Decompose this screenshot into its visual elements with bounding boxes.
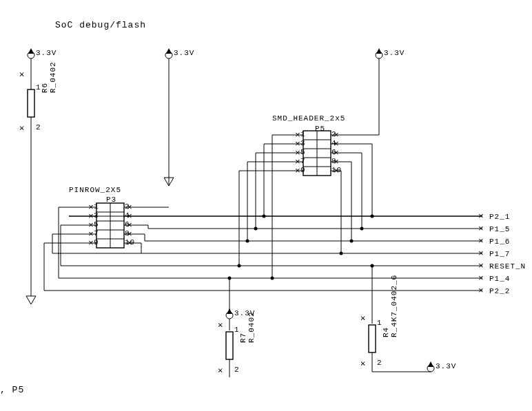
svg-text:3.3V: 3.3V — [384, 49, 405, 57]
svg-text:×: × — [478, 224, 484, 234]
svg-text:P2_2: P2_2 — [489, 287, 510, 295]
svg-text:3: 3 — [94, 211, 99, 220]
svg-text:2: 2 — [125, 202, 130, 211]
svg-text:3.3V: 3.3V — [174, 49, 194, 57]
svg-rect-7 — [28, 89, 34, 117]
svg-marker-2 — [28, 48, 34, 54]
svg-text:4: 4 — [331, 139, 337, 147]
svg-text:7: 7 — [300, 157, 306, 165]
component-p5: SMD_HEADER_2x5 P5 ×× ×× ×× ×× ×× 1 2 3 4… — [272, 114, 345, 176]
svg-point-126 — [371, 215, 374, 218]
svg-text:×: × — [17, 71, 28, 77]
power-3v3-topcenter: 3.3V — [165, 48, 194, 69]
resistor-r4: × 1 × 2 R4 R_4K7_0402_G — [358, 275, 398, 372]
svg-text:×: × — [358, 315, 369, 321]
svg-marker-125 — [26, 296, 36, 304]
svg-text:P2_1: P2_1 — [489, 213, 510, 221]
svg-text:×: × — [17, 125, 28, 131]
svg-text:5: 5 — [300, 148, 306, 156]
svg-text:×: × — [478, 236, 484, 246]
svg-text:3: 3 — [300, 139, 306, 147]
svg-text:9: 9 — [94, 238, 99, 246]
svg-marker-154 — [227, 308, 232, 314]
svg-text:2: 2 — [331, 130, 337, 138]
svg-text:10: 10 — [331, 166, 342, 174]
svg-rect-168 — [369, 325, 376, 352]
net-port-p1-7: × P1_7 — [478, 249, 510, 259]
svg-point-128 — [350, 240, 354, 243]
svg-text:P1_6: P1_6 — [489, 238, 510, 246]
svg-text:×: × — [478, 249, 484, 259]
svg-text:9: 9 — [300, 166, 306, 174]
net-port-p1-5: × P1_5 — [478, 224, 510, 234]
svg-text:×: × — [358, 360, 369, 366]
svg-rect-159 — [226, 332, 233, 359]
svg-text:6: 6 — [331, 148, 337, 156]
svg-text:PINROW_2X5: PINROW_2X5 — [69, 186, 121, 194]
svg-marker-22 — [376, 48, 382, 54]
stray-label: , P5 — [0, 385, 24, 395]
svg-text:4: 4 — [125, 211, 130, 220]
svg-point-127 — [360, 227, 364, 231]
svg-text:×: × — [478, 211, 484, 222]
svg-text:×: × — [478, 273, 484, 284]
svg-text:P1_5: P1_5 — [489, 225, 510, 233]
svg-text:×: × — [216, 367, 226, 373]
svg-text:3.3V: 3.3V — [436, 362, 456, 370]
svg-text:RESET_N: RESET_N — [489, 262, 526, 271]
svg-text:SMD_HEADER_2x5: SMD_HEADER_2x5 — [272, 114, 345, 123]
component-p3: PINROW_2X5 P3 ×× ×× ×× ×× ×× 1 2 3 4 5 6… — [69, 186, 135, 249]
svg-text:3.3V: 3.3V — [36, 49, 57, 57]
power-3v3-bottomright: 3.3V — [424, 361, 456, 372]
svg-text:2: 2 — [234, 366, 240, 374]
svg-point-130 — [263, 215, 266, 218]
svg-text:10: 10 — [125, 238, 135, 246]
svg-text:P1_4: P1_4 — [489, 275, 510, 283]
svg-point-129 — [340, 252, 343, 255]
resistor-r7: × 1 × 2 R7 R_0402 — [216, 311, 256, 377]
svg-point-132 — [246, 240, 249, 243]
svg-text:R_4K7_0402_G: R_4K7_0402_G — [390, 275, 398, 337]
svg-marker-16 — [166, 48, 172, 54]
svg-text:R_0402: R_0402 — [247, 311, 256, 343]
resistor-r6: × 1 × 2 R6 R_0402 — [17, 61, 57, 138]
svg-text:1: 1 — [300, 130, 306, 138]
svg-marker-176 — [428, 361, 433, 367]
svg-text:R6: R6 — [41, 83, 49, 93]
svg-text:P3: P3 — [106, 196, 116, 204]
svg-text:1: 1 — [377, 319, 382, 327]
svg-text:5: 5 — [94, 220, 99, 229]
gnd-left — [26, 296, 36, 304]
svg-text:6: 6 — [125, 220, 130, 229]
svg-text:7: 7 — [94, 229, 99, 238]
svg-text:P1_7: P1_7 — [489, 250, 510, 258]
svg-point-133 — [238, 264, 241, 268]
svg-text:2: 2 — [377, 359, 382, 367]
svg-text:×: × — [478, 286, 484, 296]
net-port-p1-6: × P1_6 — [478, 236, 510, 246]
net-port-reset-n: × RESET_N — [478, 261, 526, 271]
svg-point-131 — [254, 227, 258, 231]
svg-text:R7: R7 — [239, 333, 247, 343]
svg-text:8: 8 — [331, 157, 337, 165]
svg-text:8: 8 — [125, 229, 130, 238]
svg-text:R_0402: R_0402 — [49, 61, 57, 93]
svg-text:×: × — [478, 261, 484, 271]
svg-text:R4: R4 — [382, 327, 390, 337]
schematic-title: SoC debug/flash — [55, 20, 146, 30]
net-port-p2-2: × P2_2 — [478, 286, 510, 296]
svg-text:1: 1 — [94, 202, 99, 211]
power-3v3-topright: 3.3V — [376, 48, 405, 117]
svg-text:×: × — [216, 322, 226, 328]
svg-point-134 — [271, 277, 274, 280]
net-port-p1-4: × P1_4 — [478, 273, 510, 284]
svg-text:2: 2 — [36, 123, 41, 131]
net-port-p2-1: × P2_1 — [478, 211, 510, 222]
